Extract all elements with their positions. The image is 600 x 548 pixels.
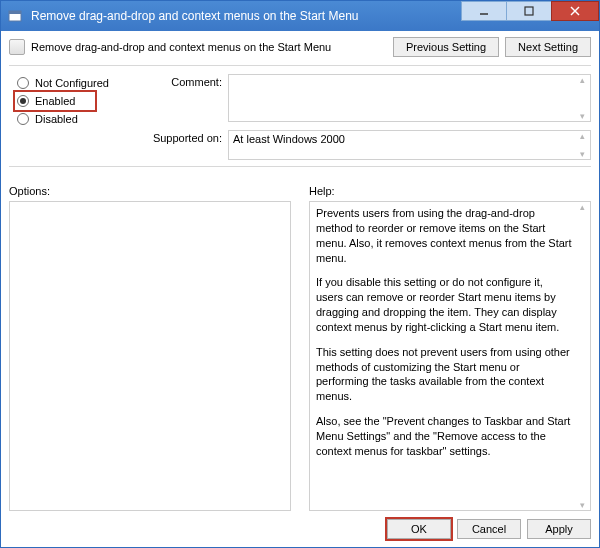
state-grid: Not Configured Enabled Disabled Comment:… <box>9 74 591 160</box>
policy-name: Remove drag-and-drop and context menus o… <box>31 41 387 53</box>
scroll-down-icon: ▾ <box>574 111 590 121</box>
policy-icon <box>9 39 25 55</box>
mid-row: Options: Help: Prevents users from using… <box>9 185 591 511</box>
scroll-down-icon: ▾ <box>574 149 590 159</box>
comment-label: Comment: <box>134 74 222 88</box>
state-radios: Not Configured Enabled Disabled <box>9 74 134 160</box>
radio-icon <box>17 95 29 107</box>
scroll-up-icon: ▴ <box>574 75 590 85</box>
supported-label: Supported on: <box>134 130 222 144</box>
svg-rect-3 <box>525 7 533 15</box>
radio-label: Enabled <box>35 95 75 107</box>
next-setting-button[interactable]: Next Setting <box>505 37 591 57</box>
svg-rect-1 <box>9 11 21 14</box>
radio-enabled[interactable]: Enabled <box>15 92 95 110</box>
previous-setting-button[interactable]: Previous Setting <box>393 37 499 57</box>
radio-icon <box>17 113 29 125</box>
scrollbar[interactable]: ▴▾ <box>574 202 590 510</box>
scrollbar[interactable]: ▴▾ <box>574 75 590 121</box>
fields-column: Comment: ▴▾ Supported on: At least Windo… <box>134 74 591 160</box>
help-label: Help: <box>309 185 591 197</box>
policy-editor-window: Remove drag-and-drop and context menus o… <box>0 0 600 548</box>
options-column: Options: <box>9 185 291 511</box>
radio-label: Disabled <box>35 113 78 125</box>
help-text: Also, see the "Prevent changes to Taskba… <box>316 414 572 459</box>
scroll-down-icon: ▾ <box>574 500 590 510</box>
scroll-up-icon: ▴ <box>574 202 590 212</box>
supported-input: At least Windows 2000 ▴▾ <box>228 130 591 160</box>
help-column: Help: Prevents users from using the drag… <box>309 185 591 511</box>
help-text: If you disable this setting or do not co… <box>316 275 572 334</box>
radio-label: Not Configured <box>35 77 109 89</box>
ok-button[interactable]: OK <box>387 519 451 539</box>
titlebar: Remove drag-and-drop and context menus o… <box>1 1 599 31</box>
caption-buttons <box>462 1 599 21</box>
help-panel[interactable]: Prevents users from using the drag-and-d… <box>309 201 591 511</box>
footer: OK Cancel Apply <box>9 519 591 539</box>
header-row: Remove drag-and-drop and context menus o… <box>9 37 591 57</box>
close-button[interactable] <box>551 1 599 21</box>
options-label: Options: <box>9 185 291 197</box>
scrollbar[interactable]: ▴▾ <box>574 131 590 159</box>
help-text: Prevents users from using the drag-and-d… <box>316 206 572 265</box>
client-area: Remove drag-and-drop and context menus o… <box>1 31 599 547</box>
options-panel[interactable] <box>9 201 291 511</box>
supported-value: At least Windows 2000 <box>233 133 345 145</box>
app-icon <box>1 9 29 23</box>
radio-not-configured[interactable]: Not Configured <box>15 74 134 92</box>
maximize-button[interactable] <box>506 1 552 21</box>
window-title: Remove drag-and-drop and context menus o… <box>29 9 462 23</box>
radio-icon <box>17 77 29 89</box>
cancel-button[interactable]: Cancel <box>457 519 521 539</box>
minimize-button[interactable] <box>461 1 507 21</box>
help-text: This setting does not prevent users from… <box>316 345 572 404</box>
radio-disabled[interactable]: Disabled <box>15 110 134 128</box>
scroll-up-icon: ▴ <box>574 131 590 141</box>
nav-buttons: Previous Setting Next Setting <box>393 37 591 57</box>
divider <box>9 65 591 66</box>
divider <box>9 166 591 167</box>
apply-button[interactable]: Apply <box>527 519 591 539</box>
comment-input[interactable]: ▴▾ <box>228 74 591 122</box>
